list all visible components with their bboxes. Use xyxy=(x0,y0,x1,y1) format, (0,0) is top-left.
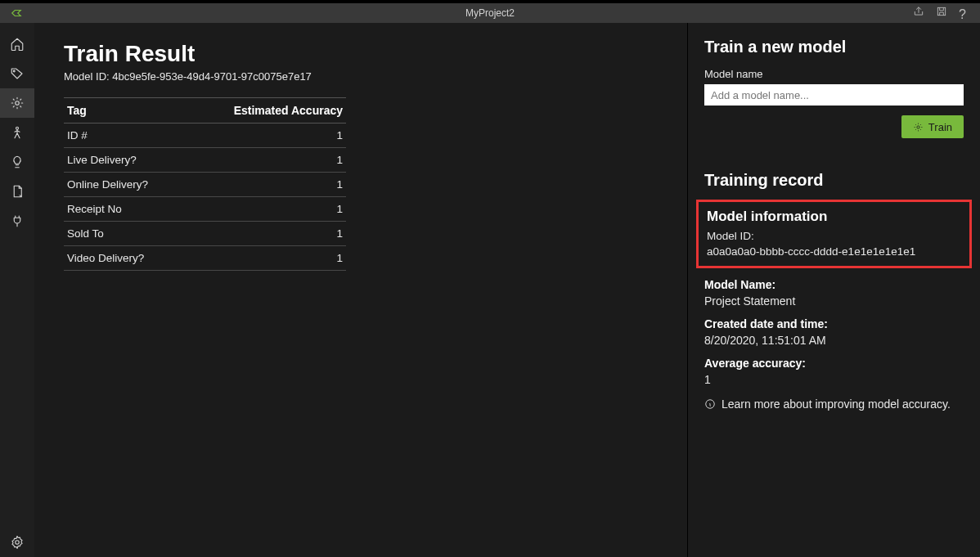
result-table: Tag Estimated Accuracy ID #1 Live Delive… xyxy=(64,97,346,271)
col-tag: Tag xyxy=(64,98,186,124)
model-info-heading: Model information xyxy=(707,209,961,225)
nav-connect[interactable] xyxy=(0,206,34,236)
nav-document[interactable] xyxy=(0,177,34,206)
model-name-k: Model Name: xyxy=(704,278,964,291)
table-row: Receipt No1 xyxy=(64,197,346,222)
nav-home[interactable] xyxy=(0,29,34,59)
title-bar: MyProject2 ? xyxy=(0,0,980,23)
svg-rect-0 xyxy=(937,7,945,15)
right-panel: Train a new model Model name Train Train… xyxy=(687,23,980,557)
app-title: MyProject2 xyxy=(0,7,980,19)
nav-predict[interactable] xyxy=(0,147,34,177)
share-icon[interactable] xyxy=(913,6,924,20)
svg-point-4 xyxy=(16,541,20,545)
model-id-label: Model ID: xyxy=(707,230,961,242)
table-row: ID #1 xyxy=(64,124,346,148)
model-info-highlight: Model information Model ID: a0a0a0a0-bbb… xyxy=(696,200,972,268)
app-logo xyxy=(0,3,33,23)
table-row: Online Delivery?1 xyxy=(64,173,346,197)
page-title: Train Result xyxy=(64,41,658,67)
nav-train[interactable] xyxy=(0,88,34,118)
model-name-label: Model name xyxy=(704,68,964,80)
training-record-heading: Training record xyxy=(704,171,964,190)
sidebar xyxy=(0,23,34,557)
model-name-v: Project Statement xyxy=(704,294,964,308)
svg-point-5 xyxy=(917,125,919,128)
nav-settings[interactable] xyxy=(0,528,34,557)
avg-acc-v: 1 xyxy=(704,373,964,386)
nav-compose[interactable] xyxy=(0,118,34,147)
col-accuracy: Estimated Accuracy xyxy=(186,98,346,124)
model-id-value: a0a0a0a0-bbbb-cccc-dddd-e1e1e1e1e1e1 xyxy=(707,245,961,258)
learn-more-link[interactable]: Learn more about improving model accurac… xyxy=(704,398,964,411)
help-icon[interactable]: ? xyxy=(959,7,970,19)
model-id-line: Model ID: 4bc9e5fe-953e-49d4-9701-97c007… xyxy=(64,70,658,83)
model-name-input[interactable] xyxy=(704,84,964,106)
save-icon[interactable] xyxy=(936,6,947,20)
created-v: 8/20/2020, 11:51:01 AM xyxy=(704,334,964,347)
avg-acc-k: Average accuracy: xyxy=(704,357,964,370)
table-row: Sold To1 xyxy=(64,222,346,246)
train-button[interactable]: Train xyxy=(901,115,964,138)
info-icon xyxy=(704,398,716,410)
svg-point-1 xyxy=(13,70,15,72)
train-new-heading: Train a new model xyxy=(704,38,964,56)
created-k: Created date and time: xyxy=(704,317,964,330)
nav-tags[interactable] xyxy=(0,59,34,88)
svg-point-2 xyxy=(16,101,20,106)
table-row: Video Delivery?1 xyxy=(64,246,346,271)
main-content: Train Result Model ID: 4bc9e5fe-953e-49d… xyxy=(34,23,687,557)
table-row: Live Delivery?1 xyxy=(64,148,346,173)
gear-icon xyxy=(913,122,924,133)
